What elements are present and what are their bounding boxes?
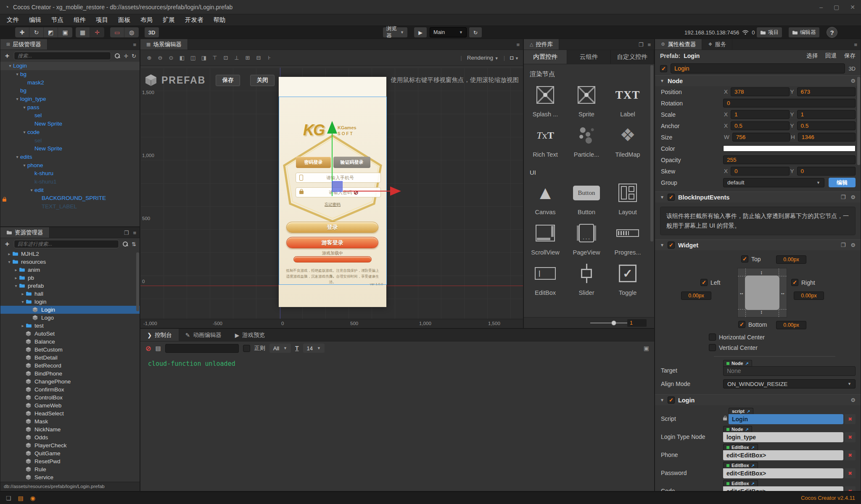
library-item-pageview[interactable]: PageView bbox=[566, 220, 607, 256]
reference-field[interactable]: edit<EditBox> bbox=[723, 450, 843, 460]
scale-y-field[interactable]: 1 bbox=[797, 110, 856, 119]
asset-item[interactable]: ▾resources bbox=[0, 258, 140, 266]
align-top-icon[interactable]: ⊤ bbox=[209, 55, 220, 61]
add-node-button[interactable]: ＋ bbox=[4, 52, 11, 60]
copy-component-icon[interactable]: ❐ bbox=[841, 194, 846, 200]
library-item-button[interactable]: ButtonButton bbox=[566, 180, 607, 215]
library-item-canvas[interactable]: ▲Canvas bbox=[525, 180, 566, 215]
library-tab-1[interactable]: 内置控件 bbox=[524, 50, 567, 64]
collapse-arrow-icon[interactable]: ▼ bbox=[660, 195, 664, 200]
expand-arrow-icon[interactable]: ▸ bbox=[20, 291, 26, 296]
menu-item[interactable]: 组件 bbox=[69, 16, 91, 24]
panel-menu-icon[interactable]: ≡ bbox=[133, 230, 136, 236]
tree-item[interactable]: ▾pass bbox=[0, 103, 140, 111]
camera-dropdown[interactable]: ◘ ▼ bbox=[510, 55, 519, 61]
play-button[interactable]: ▶ bbox=[414, 27, 427, 37]
asset-item[interactable]: ▾login bbox=[0, 298, 140, 306]
target-field[interactable]: None bbox=[723, 366, 856, 376]
library-item-toggle[interactable]: ✓Toggle bbox=[607, 261, 648, 296]
asset-item[interactable]: Balance bbox=[0, 338, 140, 346]
asset-item[interactable]: BetRecord bbox=[0, 362, 140, 370]
zoom-reset-icon[interactable]: ⊙ bbox=[166, 55, 177, 61]
rect-tool[interactable]: ▣ bbox=[58, 27, 72, 37]
preview-target-dropdown[interactable]: 浏览器▼ bbox=[383, 27, 407, 37]
rotate-tool[interactable]: ↻ bbox=[29, 27, 44, 37]
tree-item[interactable]: k-shuru bbox=[0, 169, 140, 178]
search-icon[interactable] bbox=[122, 241, 128, 247]
inspector-scrollbar[interactable] bbox=[857, 77, 860, 165]
library-item-tiledmap[interactable]: ❖TiledMap bbox=[607, 123, 648, 158]
vertical-center-checkbox[interactable]: Vertical Center bbox=[709, 344, 758, 351]
menu-item[interactable]: 文件 bbox=[2, 16, 24, 24]
save-prefab-button[interactable]: 保存 bbox=[216, 75, 240, 86]
node-section-header[interactable]: ▼ Node ⚙ bbox=[655, 75, 861, 86]
tree-item[interactable]: sel bbox=[0, 136, 140, 144]
gear-icon[interactable]: ⚙ bbox=[850, 78, 856, 84]
asset-item[interactable]: QuitGame bbox=[0, 449, 140, 457]
copy-component-icon[interactable]: ❐ bbox=[841, 242, 846, 248]
asset-item[interactable]: NickName bbox=[0, 425, 140, 433]
library-tab-3[interactable]: 自定义控件 bbox=[611, 50, 654, 64]
tree-item[interactable]: bg bbox=[0, 87, 140, 95]
assets-search-input[interactable] bbox=[14, 240, 119, 248]
menu-item[interactable]: 面板 bbox=[113, 16, 135, 24]
database-icon[interactable]: ▤ bbox=[18, 495, 24, 501]
tab-game-preview[interactable]: ▶游戏预览 bbox=[228, 329, 272, 341]
rotation-field[interactable]: 0 bbox=[723, 99, 856, 108]
tab-console[interactable]: ❯控制台 bbox=[140, 329, 179, 341]
library-scrollbar[interactable] bbox=[650, 65, 653, 242]
tree-item[interactable]: TEXT_LABEL bbox=[0, 202, 140, 210]
expand-arrow-icon[interactable]: ▸ bbox=[13, 268, 19, 272]
expand-arrow-icon[interactable]: ▾ bbox=[21, 163, 27, 168]
reference-field[interactable]: edit<EditBox> bbox=[723, 468, 843, 478]
widget-top-checkbox[interactable]: Top bbox=[741, 255, 761, 262]
gear-icon[interactable]: ⚙ bbox=[850, 397, 856, 403]
remove-reference-button[interactable]: ✖ bbox=[845, 468, 856, 478]
widget-left-field[interactable]: 0.00px bbox=[681, 291, 711, 300]
color-swatch[interactable] bbox=[723, 145, 856, 152]
tree-item[interactable]: ▾login_type bbox=[0, 95, 140, 103]
position-x-field[interactable]: 378 bbox=[731, 87, 789, 96]
library-tab-2[interactable]: 云组件 bbox=[567, 50, 610, 64]
hierarchy-search-input[interactable] bbox=[14, 52, 111, 60]
tree-item[interactable]: ▾Login bbox=[0, 62, 140, 70]
menu-item[interactable]: 帮助 bbox=[209, 16, 231, 24]
collapse-arrow-icon[interactable]: ▼ bbox=[660, 79, 664, 83]
asset-item[interactable]: GameWeb bbox=[0, 402, 140, 410]
asset-item[interactable]: ChangePhone bbox=[0, 378, 140, 386]
expand-arrow-icon[interactable]: ▾ bbox=[6, 260, 12, 264]
align-right-icon[interactable]: ◨ bbox=[198, 55, 209, 61]
gear-icon[interactable]: ⚙ bbox=[850, 194, 856, 200]
library-item-splash[interactable]: Splash ... bbox=[525, 82, 566, 118]
expand-arrow-icon[interactable]: ▾ bbox=[21, 130, 27, 134]
tree-item[interactable]: mask2 bbox=[0, 78, 140, 87]
library-item-editbox[interactable]: |EditBox bbox=[525, 261, 566, 296]
menu-item[interactable]: 编辑 bbox=[24, 16, 46, 24]
revert-prefab-button[interactable]: 回退 bbox=[825, 52, 837, 60]
close-button[interactable]: ✕ bbox=[850, 4, 855, 10]
console-layout-icon[interactable]: ▣ bbox=[644, 345, 649, 352]
remove-reference-button[interactable]: ✖ bbox=[845, 432, 856, 442]
asset-item[interactable]: ResetPwd bbox=[0, 457, 140, 465]
skew-x-field[interactable]: 0 bbox=[731, 167, 789, 176]
library-item-progres[interactable]: Progres... bbox=[607, 220, 648, 256]
rendering-dropdown[interactable]: Rendering ▼ bbox=[467, 55, 499, 61]
tree-item[interactable]: ▾edits bbox=[0, 153, 140, 161]
asset-item[interactable]: Mask bbox=[0, 417, 140, 425]
asset-item[interactable]: ▸hall bbox=[0, 290, 140, 298]
asset-item[interactable]: Service bbox=[0, 473, 140, 481]
asset-item[interactable]: HeadSelect bbox=[0, 410, 140, 417]
layout-reset-icon[interactable]: ❏ bbox=[6, 495, 11, 501]
tab-animation-editor[interactable]: ✎动画编辑器 bbox=[179, 329, 228, 341]
watch-icon[interactable]: ◉ bbox=[30, 495, 35, 501]
gizmo-anchor-handle[interactable] bbox=[332, 181, 343, 192]
scale-x-field[interactable]: 1 bbox=[731, 110, 789, 119]
asset-item[interactable]: ControlBox bbox=[0, 394, 140, 402]
expand-arrow-icon[interactable]: ▾ bbox=[7, 63, 13, 68]
open-editor-button[interactable]: 编辑器 bbox=[789, 27, 819, 37]
reference-field[interactable]: login_type bbox=[723, 432, 843, 442]
distribute-v-icon[interactable]: ⊟ bbox=[253, 55, 264, 61]
external-link-icon[interactable]: ↗ bbox=[751, 463, 755, 468]
expand-arrow-icon[interactable]: ▾ bbox=[29, 188, 34, 192]
library-item-particle[interactable]: Particle... bbox=[566, 123, 607, 158]
